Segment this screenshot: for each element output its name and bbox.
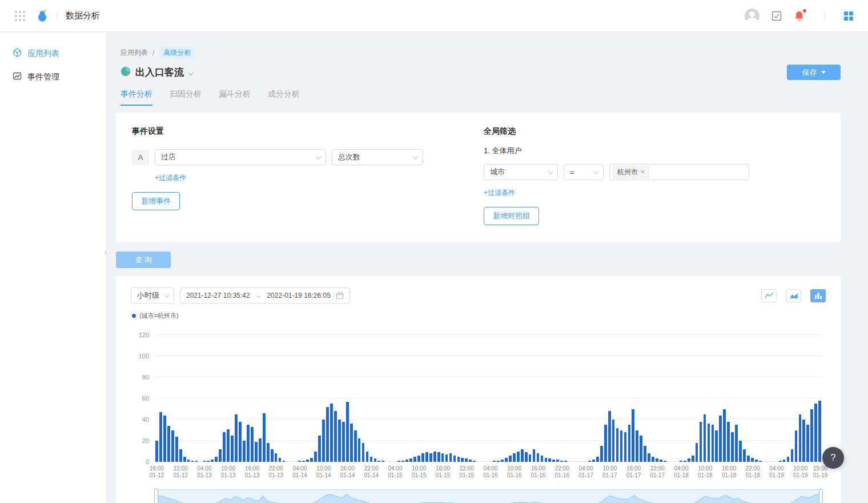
chart-card: 小时级 2021-12-27 10:35:42 → 2022-01-19 16:… [116, 276, 841, 503]
granularity-select[interactable]: 小时级 [131, 288, 174, 304]
bar [318, 436, 321, 462]
tab-attribution-analysis[interactable]: 归因分析 [170, 89, 202, 106]
bar [680, 461, 682, 462]
query-button[interactable]: 查 询 [116, 251, 171, 268]
bar [271, 449, 274, 462]
bar [795, 430, 798, 462]
filter-value-input[interactable]: 杭州市 × [609, 164, 749, 180]
sidebar-item-event-management[interactable]: 事件管理 [0, 65, 106, 89]
bar [739, 441, 742, 462]
bar [354, 430, 357, 462]
bar [306, 460, 309, 462]
chevron-down-icon [316, 154, 322, 159]
sidebar-item-app-list[interactable]: 应用列表 [0, 42, 106, 65]
bar [381, 461, 384, 462]
form-check-icon[interactable] [771, 10, 782, 22]
time-range-brush[interactable] [155, 489, 822, 503]
close-icon[interactable]: × [641, 168, 645, 176]
help-button[interactable]: ? [822, 447, 844, 469]
bar [401, 461, 404, 462]
bar [159, 412, 162, 462]
event-settings-title: 事件设置 [132, 126, 484, 137]
arrow-right-icon: → [255, 292, 262, 300]
bar [283, 461, 286, 462]
line-chart-toggle[interactable] [761, 289, 777, 302]
bar [588, 461, 591, 462]
bar [243, 441, 246, 462]
bar [167, 426, 170, 462]
bar [640, 436, 642, 462]
bar [552, 460, 555, 462]
collapse-sidebar-handle[interactable]: ‹ [102, 245, 109, 258]
avatar[interactable] [745, 9, 760, 23]
chevron-down-icon [593, 169, 599, 174]
legend-label: (城市=杭州市) [139, 312, 179, 320]
notification-bell-icon[interactable] [794, 10, 805, 22]
bar [696, 443, 698, 462]
app-colored-icon [120, 66, 131, 79]
metric-select[interactable]: 总次数 [332, 149, 423, 165]
operator-select[interactable]: = [564, 164, 604, 180]
bar [548, 458, 551, 462]
caret-down-icon [821, 71, 826, 74]
bar [239, 422, 242, 462]
bar [743, 449, 746, 462]
date-start: 2021-12-27 10:35:42 [186, 292, 250, 300]
bar [628, 425, 631, 462]
bar [433, 452, 436, 462]
bar [215, 457, 218, 462]
chevron-down-icon [413, 154, 419, 159]
date-range-input[interactable]: 2021-12-27 10:35:42 → 2022-01-19 16:26:0… [180, 288, 350, 304]
bar [338, 420, 341, 462]
save-button[interactable]: 保存 [787, 65, 841, 80]
tab-funnel-analysis[interactable]: 漏斗分析 [219, 89, 251, 106]
apps-grid-icon[interactable] [844, 11, 853, 21]
date-end: 2022-01-19 16:26:05 [267, 292, 330, 300]
bar [592, 460, 595, 462]
bar [529, 454, 532, 462]
bar [377, 461, 380, 462]
field-select-value: 城市 [490, 167, 505, 177]
global-filter-title: 全局筛选 [484, 126, 825, 137]
bar [171, 430, 174, 462]
bar [302, 461, 305, 462]
bar [556, 460, 559, 462]
bar [322, 420, 325, 462]
tab-composition-analysis[interactable]: 成分分析 [268, 89, 300, 106]
bar [712, 425, 714, 462]
add-filter-link[interactable]: +过滤条件 [155, 173, 186, 183]
bar [501, 460, 504, 462]
add-event-button[interactable]: 新增事件 [132, 192, 180, 210]
bar [358, 438, 361, 462]
logo-icon [35, 9, 49, 23]
bar [263, 413, 266, 462]
bar [183, 457, 186, 462]
title-dropdown-caret-icon[interactable] [188, 67, 192, 78]
event-select[interactable]: 过店 [155, 149, 326, 165]
analysis-tabs: 事件分析 归因分析 漏斗分析 成分分析 [120, 89, 841, 106]
bar [692, 456, 694, 462]
bar-chart-toggle[interactable] [810, 289, 826, 302]
bar [259, 438, 262, 462]
bar [560, 461, 563, 462]
bar [310, 458, 313, 462]
area-chart-toggle[interactable] [786, 289, 801, 302]
brush-handle-right[interactable] [819, 489, 823, 503]
bar [374, 458, 377, 462]
bar [350, 424, 353, 462]
bar [723, 409, 726, 462]
field-select[interactable]: 城市 [484, 164, 558, 180]
brush-handle-left[interactable] [154, 489, 158, 503]
bar [521, 449, 524, 462]
bar [231, 436, 234, 462]
bar [810, 409, 813, 462]
bar [799, 414, 802, 462]
bar [255, 442, 258, 462]
breadcrumb-parent[interactable]: 应用列表 [120, 48, 148, 58]
waffle-menu-icon[interactable] [15, 11, 25, 21]
bar [441, 453, 444, 462]
add-filter-link[interactable]: +过滤条件 [484, 188, 515, 198]
divider [824, 11, 825, 21]
add-control-group-button[interactable]: 新增对照组 [484, 207, 539, 225]
tab-event-analysis[interactable]: 事件分析 [120, 89, 152, 106]
